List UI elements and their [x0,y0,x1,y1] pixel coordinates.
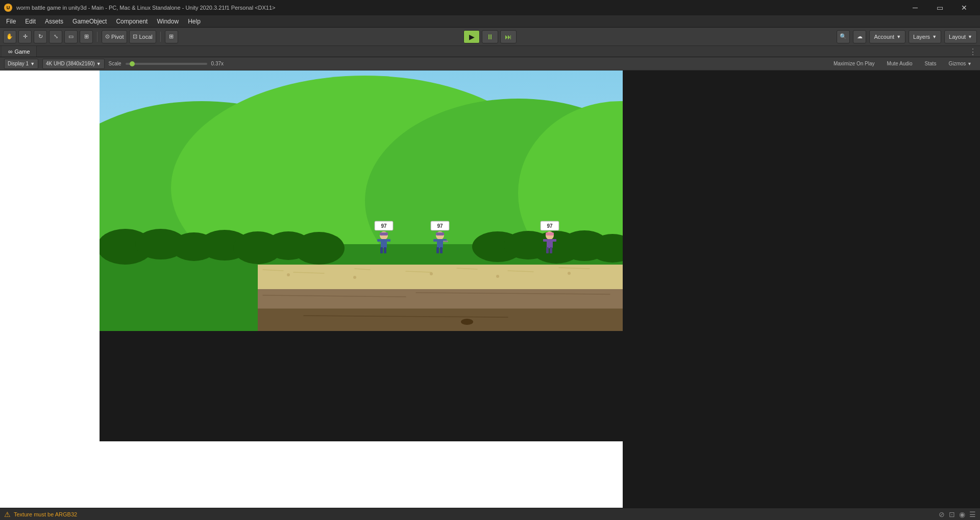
status-icon-1[interactable]: ⊘ [939,510,945,518]
unity-icon: U [4,4,12,12]
tab-bar: ∞ Game ⋮ [0,46,980,57]
svg-point-30 [568,272,571,275]
mute-audio-btn[interactable]: Mute Audio [883,60,917,67]
pause-button[interactable]: ⏸ [482,30,498,43]
layout-caret: ▼ [968,34,972,39]
toolbar: ✋ ✛ ↻ ⤡ ▭ ⊞ ⊙ Pivot ⊡ Local ⊞ ▶ ⏸ ⏭ 🔍 ☁ … [0,28,980,46]
layers-caret: ▼ [932,34,937,39]
game-view: 97 97 [0,70,980,508]
menu-component[interactable]: Component [112,17,152,26]
bottom-white-area [100,441,623,508]
play-button[interactable]: ▶ [463,30,480,43]
svg-point-26 [287,273,290,276]
menu-gameobject[interactable]: GameObject [68,17,111,26]
scale-slider[interactable] [126,63,207,65]
tool-rotate[interactable]: ↻ [34,30,47,43]
svg-rect-31 [258,289,623,309]
svg-point-12 [293,232,345,265]
status-icon-3[interactable]: ◉ [959,510,965,518]
svg-rect-51 [440,247,443,253]
main-content: 97 97 [0,70,980,508]
svg-rect-62 [543,239,547,242]
scale-label: Scale [109,61,121,66]
tool-hand[interactable]: ✋ [3,30,16,43]
scale-value: 0.37x [211,61,224,66]
svg-rect-40 [381,239,387,248]
svg-rect-64 [546,232,554,235]
local-button[interactable]: ⊡ Local [129,30,156,43]
pivot-button[interactable]: ⊙ Pivot [102,30,127,43]
separator-2 [160,32,161,42]
svg-rect-49 [437,239,443,248]
left-panel [0,70,100,508]
tool-scale[interactable]: ⤡ [49,30,62,43]
tool-rect[interactable]: ▭ [64,30,78,43]
svg-text:97: 97 [547,223,553,229]
svg-point-29 [496,275,499,278]
layers-dropdown[interactable]: Layers ▼ [909,30,941,43]
account-dropdown[interactable]: Account ▼ [869,30,905,43]
snap-button[interactable]: ⊞ [165,30,178,43]
viewport-right-controls: Maximize On Play Mute Audio Stats Gizmos… [829,60,976,67]
status-icon-2[interactable]: ⊡ [949,510,955,518]
game-canvas: 97 97 [100,70,623,331]
scale-thumb [130,61,135,66]
tab-options[interactable]: ⋮ [969,46,977,56]
cloud-button[interactable]: ☁ [853,30,866,43]
toolbar-right: 🔍 ☁ Account ▼ Layers ▼ Layout ▼ [837,30,977,43]
status-bar: ⚠ Texture must be ARGB32 ⊘ ⊡ ◉ ☰ [0,508,980,520]
svg-rect-55 [443,241,448,242]
warning-text: Texture must be ARGB32 [14,511,77,517]
warning-icon: ⚠ [4,510,11,518]
separator-1 [97,32,97,42]
viewport-bar: Display 1 ▼ 4K UHD (3840x2160) ▼ Scale 0… [0,57,980,70]
svg-rect-41 [380,247,383,253]
svg-point-28 [430,272,433,275]
svg-rect-43 [377,239,381,242]
account-caret: ▼ [896,34,901,39]
svg-rect-59 [547,239,553,248]
svg-rect-61 [550,247,552,253]
window-controls: ─ ▭ ✕ [903,0,976,15]
menu-file[interactable]: File [2,17,20,26]
svg-text:97: 97 [437,223,443,229]
maximize-button[interactable]: ▭ [928,0,951,15]
pivot-icon: ⊙ [105,33,110,40]
step-button[interactable]: ⏭ [500,30,517,43]
maximize-on-play-btn[interactable]: Maximize On Play [829,60,879,67]
svg-rect-44 [386,239,390,242]
status-icon-4[interactable]: ☰ [969,510,976,518]
svg-rect-63 [552,239,556,242]
svg-rect-52 [433,239,437,242]
svg-rect-60 [546,247,549,253]
game-tab[interactable]: ∞ Game [2,46,37,57]
status-warning: ⚠ Texture must be ARGB32 [4,510,77,518]
stats-btn[interactable]: Stats [921,60,941,67]
search-button[interactable]: 🔍 [837,30,850,43]
minimize-button[interactable]: ─ [903,0,927,15]
local-icon: ⊡ [133,33,137,40]
menu-edit[interactable]: Edit [21,17,40,26]
scene-svg: 97 97 [100,70,623,331]
tool-move[interactable]: ✛ [18,30,32,43]
tool-transform[interactable]: ⊞ [80,30,93,43]
menu-assets[interactable]: Assets [41,17,67,26]
menu-window[interactable]: Window [153,17,183,26]
menu-help[interactable]: Help [184,17,205,26]
svg-rect-34 [258,309,623,331]
title-bar: U worm battle game in unity3d - Main - P… [0,0,980,15]
resolution-dropdown[interactable]: 4K UHD (3840x2160) ▼ [42,59,105,69]
close-button[interactable]: ✕ [952,0,976,15]
window-title: worm battle game in unity3d - Main - PC,… [16,5,899,11]
svg-point-27 [353,276,356,279]
gizmos-btn[interactable]: Gizmos ▼ [944,60,976,67]
display-dropdown[interactable]: Display 1 ▼ [4,59,38,69]
svg-rect-50 [436,247,439,253]
layout-dropdown[interactable]: Layout ▼ [944,30,977,43]
svg-rect-45 [380,232,388,235]
playback-controls: ▶ ⏸ ⏭ [463,30,517,43]
game-tab-icon: ∞ [8,48,13,55]
svg-rect-54 [436,232,444,235]
svg-point-36 [461,319,473,325]
game-tab-label: Game [15,49,30,55]
